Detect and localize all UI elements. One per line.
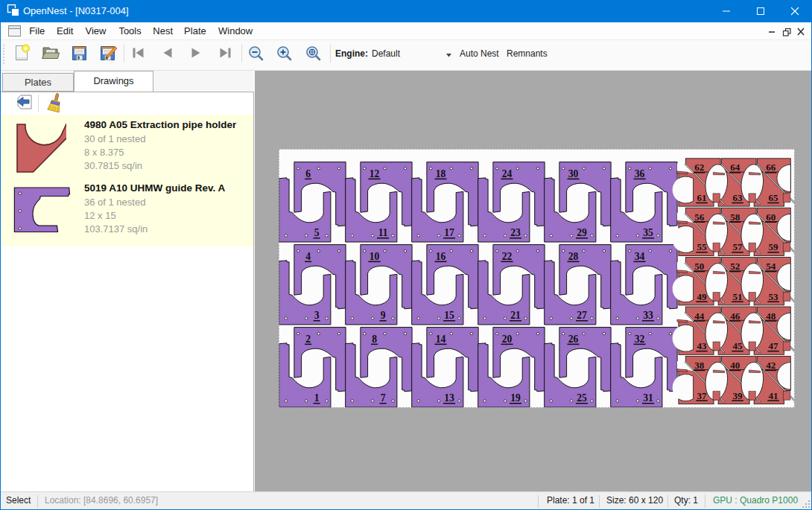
svg-text:40: 40 <box>730 360 740 371</box>
svg-text:3: 3 <box>314 310 320 321</box>
svg-text:60: 60 <box>766 211 775 223</box>
svg-text:4: 4 <box>305 251 311 262</box>
svg-text:23: 23 <box>510 227 521 238</box>
svg-text:6: 6 <box>305 168 311 179</box>
svg-text:1: 1 <box>314 392 320 404</box>
svg-text:41: 41 <box>769 390 778 401</box>
svg-text:25: 25 <box>577 392 587 404</box>
svg-text:15: 15 <box>444 310 454 321</box>
svg-text:48: 48 <box>766 310 776 322</box>
svg-text:22: 22 <box>502 251 513 262</box>
svg-text:13: 13 <box>444 392 454 404</box>
svg-text:10: 10 <box>369 251 380 262</box>
svg-text:21: 21 <box>510 310 521 321</box>
svg-text:19: 19 <box>510 392 521 404</box>
svg-text:11: 11 <box>378 227 388 238</box>
svg-text:51: 51 <box>733 291 743 302</box>
svg-text:27: 27 <box>577 310 587 321</box>
svg-text:32: 32 <box>635 334 645 345</box>
svg-text:53: 53 <box>769 291 779 302</box>
svg-text:12: 12 <box>369 168 380 179</box>
svg-text:62: 62 <box>694 162 704 173</box>
svg-text:31: 31 <box>643 392 653 404</box>
svg-text:54: 54 <box>766 261 776 272</box>
svg-text:29: 29 <box>577 227 587 238</box>
svg-text:16: 16 <box>436 251 446 262</box>
svg-text:34: 34 <box>635 251 645 262</box>
svg-text:64: 64 <box>730 162 740 173</box>
svg-text:61: 61 <box>697 192 707 203</box>
svg-text:63: 63 <box>733 192 743 203</box>
svg-text:52: 52 <box>730 261 740 272</box>
svg-text:38: 38 <box>694 360 705 371</box>
svg-text:49: 49 <box>697 291 708 302</box>
svg-text:59: 59 <box>769 242 779 253</box>
svg-text:55: 55 <box>697 242 708 253</box>
svg-text:9: 9 <box>381 310 386 321</box>
svg-text:43: 43 <box>697 340 708 351</box>
svg-text:7: 7 <box>381 392 386 404</box>
svg-text:57: 57 <box>733 242 743 253</box>
svg-text:33: 33 <box>643 310 653 321</box>
svg-text:66: 66 <box>766 162 776 173</box>
svg-text:36: 36 <box>635 168 645 179</box>
svg-text:24: 24 <box>502 168 513 179</box>
svg-text:2: 2 <box>305 334 311 345</box>
svg-text:14: 14 <box>436 334 446 345</box>
svg-text:5: 5 <box>314 227 320 238</box>
svg-text:18: 18 <box>436 168 446 179</box>
svg-text:30: 30 <box>568 168 579 179</box>
svg-text:46: 46 <box>730 310 740 322</box>
svg-text:56: 56 <box>694 211 705 223</box>
svg-text:17: 17 <box>444 227 454 238</box>
svg-text:50: 50 <box>694 261 704 272</box>
svg-text:28: 28 <box>568 251 579 262</box>
svg-text:58: 58 <box>730 211 740 223</box>
svg-text:37: 37 <box>697 390 708 401</box>
svg-text:8: 8 <box>372 334 377 345</box>
svg-text:20: 20 <box>502 334 513 345</box>
svg-text:35: 35 <box>643 227 653 238</box>
svg-text:45: 45 <box>733 340 743 351</box>
svg-text:47: 47 <box>769 340 779 351</box>
svg-text:65: 65 <box>769 192 779 203</box>
svg-text:26: 26 <box>568 334 579 345</box>
svg-text:39: 39 <box>733 390 743 401</box>
svg-text:44: 44 <box>694 310 705 322</box>
svg-text:42: 42 <box>766 360 775 371</box>
